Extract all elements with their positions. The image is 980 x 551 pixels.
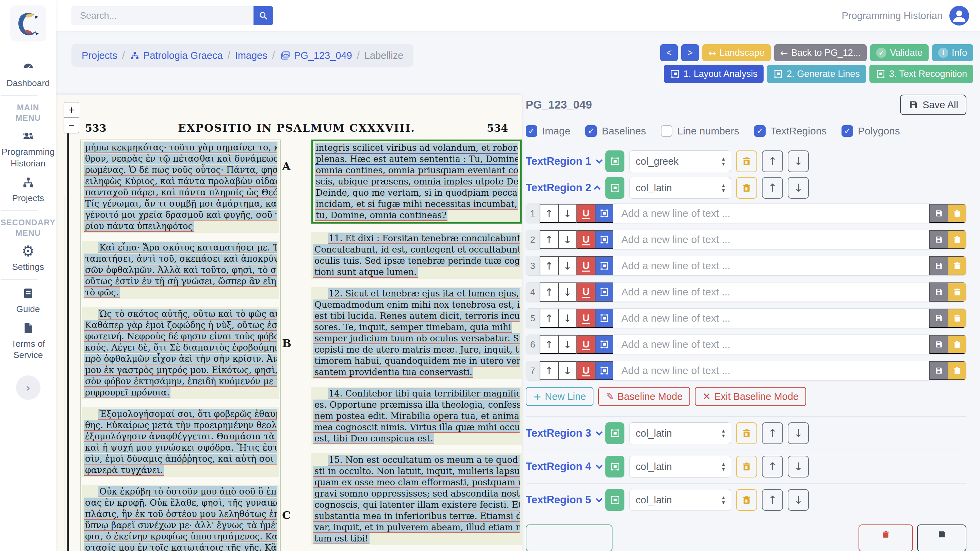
region-toggle[interactable]: TextRegion 5 [526, 494, 601, 506]
region-delete-button[interactable] [736, 150, 757, 172]
line-highlight[interactable]: καὶ ἡ ψυχή μου γινώσκει σφόδρα. Ἥτις ἐστ… [84, 443, 277, 453]
line-highlight[interactable]: sti in occulto. Non latuit, inquit, muli… [313, 466, 520, 476]
search-button[interactable] [253, 6, 273, 25]
zoom-in-button[interactable]: + [64, 102, 79, 118]
line-highlight[interactable]: ταπατήσει, ἀντὶ τοῦ, σκεπάσει καὶ ἀποκρύ… [84, 253, 277, 264]
breadcrumb-link[interactable]: PG_123_049 [280, 50, 352, 61]
line-unicode-button[interactable]: U [576, 335, 595, 354]
region-move-down-button[interactable]: ↓ [788, 177, 809, 199]
region-polygon-button[interactable] [605, 456, 624, 478]
line-highlight[interactable]: timorem habui, quandoquidem me in utero … [313, 356, 520, 366]
line-text-input[interactable] [613, 309, 929, 328]
region-type-select[interactable]: col_latin▴▾ [629, 177, 731, 199]
line-highlight[interactable]: φωτεινή. Νεφροὺς δέ φησιν εἶναι τοὺς φόβ… [84, 331, 277, 341]
line-delete-button[interactable] [948, 204, 966, 223]
region-polygon-button[interactable] [605, 489, 624, 511]
line-highlight[interactable]: quam ex osse meo clam efformasti, postqu… [313, 477, 520, 487]
prev-image-button[interactable]: < [660, 44, 678, 61]
greek-column-region[interactable]: μήπω κεκμηκότας· τοῦτο γὰρ σημαίνει το, … [80, 140, 281, 551]
region-move-down-button[interactable]: ↓ [788, 489, 809, 511]
line-highlight[interactable]: στασίς μου ἐν τοῖς κατωτάτοις τῆς γῆς. Κ… [84, 543, 277, 551]
line-polygon-button[interactable] [595, 230, 613, 249]
line-move-down-button[interactable]: ↓ [558, 361, 576, 380]
save-button[interactable] [917, 524, 966, 551]
line-delete-button[interactable] [948, 309, 966, 328]
text-recognition-button[interactable]: 3. Text Recognition [869, 65, 973, 83]
checkbox-box[interactable]: ✓ [842, 125, 853, 137]
line-delete-button[interactable] [948, 230, 966, 249]
region-move-up-button[interactable]: ↑ [762, 422, 783, 444]
new-textregion-button[interactable] [526, 524, 612, 551]
region-delete-button[interactable] [736, 456, 757, 478]
region-delete-button[interactable] [736, 177, 757, 199]
line-highlight[interactable]: 11. Et dixi : Forsitan tenebræ conculcab… [328, 233, 520, 243]
line-polygon-button[interactable] [595, 204, 613, 223]
line-move-up-button[interactable]: ↑ [540, 309, 558, 328]
line-highlight[interactable]: φια, ὁ ἐκείνην κρυφίως ὑποστησάμενος. Κα… [84, 531, 277, 541]
region-polygon-button[interactable] [605, 422, 624, 444]
line-highlight[interactable]: οὕτως ἐστὶν ἐν τῇ σῇ γνώσει, ὥσπερ ἂν εἴ… [84, 276, 277, 286]
new-line-button[interactable]: +New Line [526, 387, 593, 406]
line-unicode-button[interactable]: U [576, 309, 595, 328]
line-text-input[interactable] [613, 361, 929, 380]
line-delete-button[interactable] [948, 282, 966, 301]
line-highlight[interactable]: var, inquit, et in pulverem abeam, illud… [313, 522, 520, 532]
line-unicode-button[interactable]: U [576, 204, 595, 223]
checkbox-box[interactable] [661, 125, 672, 137]
user-avatar[interactable] [950, 6, 969, 25]
line-polygon-button[interactable] [595, 309, 613, 328]
line-save-button[interactable] [929, 230, 948, 249]
line-save-button[interactable] [929, 256, 948, 276]
exit-baseline-mode-button[interactable]: ✕Exit Baseline Mode [695, 387, 806, 406]
line-text-input[interactable] [613, 256, 929, 276]
line-unicode-button[interactable]: U [576, 282, 595, 301]
line-highlight[interactable]: μου ἐκ γαστρὸς μητρός μου. Εἰκότως, φησὶ… [84, 365, 277, 375]
region-toggle[interactable]: TextRegion 4 [526, 460, 601, 473]
line-highlight[interactable]: mea cognoscit nimis. Virtus illa quæ mih… [313, 422, 520, 432]
region-type-select[interactable]: col_greek▴▾ [629, 150, 731, 172]
line-highlight[interactable]: ριφρουρεῖ πρόνοια. [84, 387, 170, 398]
line-highlight[interactable]: cognoscis, qui latenter illam existere f… [313, 500, 520, 510]
line-text-input[interactable] [613, 335, 929, 354]
line-highlight[interactable]: tioni sunt atque lumen. [313, 267, 418, 277]
line-highlight[interactable]: Quemadmodum enim mihi nox tenebrosa est,… [313, 299, 520, 310]
line-highlight[interactable]: ὕπνῳ βαρεῖ συνέχων με· ἀλλ' ἔγνως τὰ ἡμέ… [84, 520, 277, 530]
line-highlight[interactable]: μήπω κεκμηκότας· τοῦτο γὰρ σημαίνει το, … [84, 142, 277, 153]
region-move-up-button[interactable]: ↑ [762, 177, 783, 199]
baseline-mode-button[interactable]: ✎Baseline Mode [598, 387, 690, 406]
line-move-up-button[interactable]: ↑ [540, 230, 558, 249]
line-highlight[interactable]: κούς. Λέγει δὲ, ὅτι Σὲ διαπαντὸς ἐφοβούμ… [84, 342, 277, 353]
line-polygon-button[interactable] [595, 361, 613, 380]
line-move-down-button[interactable]: ↓ [558, 282, 576, 301]
checkbox-box[interactable]: ✓ [526, 125, 537, 137]
line-highlight[interactable]: σὶν, ἐμοὶ δύναμις ἀπόῤῥητος, καὶ αὐτὴ σο… [84, 454, 277, 464]
line-highlight[interactable]: est tibi lucida. Renes autem dicit, terr… [313, 311, 520, 321]
line-move-down-button[interactable]: ↓ [558, 256, 576, 276]
line-polygon-button[interactable] [595, 282, 613, 301]
line-highlight[interactable]: santem providentia tua conservasti. [313, 367, 473, 377]
image-viewer[interactable]: + − 533 EXPOSITIO IN PSALMUM CXXXVIII. 5… [56, 95, 522, 551]
line-highlight[interactable]: tu, Domine, omnia contineas? [315, 210, 447, 220]
line-highlight[interactable]: omnia contines, omnia priusquam eveniant… [315, 165, 518, 175]
line-highlight[interactable]: σῶν ὀφθαλμῶν. Ἀλλὰ καὶ τοῦτο, φησὶ, τὸ σ… [84, 265, 277, 275]
line-highlight[interactable]: Καθάπερ γὰρ ἐμοὶ ζοφώδης ἡ νὺξ, οὕτως ἐσ… [84, 320, 277, 330]
line-highlight[interactable]: es. Opportune præmissa illa theologia, c… [313, 400, 520, 410]
line-delete-button[interactable] [948, 335, 966, 354]
sidebar-item-settings[interactable]: ⚙ Settings [1, 244, 56, 273]
line-highlight[interactable]: Οὐκ ἐκρύβη τὸ ὀστοῦν μου ἀπὸ σοῦ ὃ ἐποίη… [98, 486, 277, 497]
region-type-select[interactable]: col_latin▴▾ [629, 456, 731, 478]
line-highlight[interactable]: oculis tuis. Sed ipsæ tenebræ perinde tu… [313, 256, 520, 266]
next-image-button[interactable]: > [681, 44, 699, 61]
line-highlight[interactable]: ρίου πάντα ὑπειληφότος [84, 221, 194, 231]
line-move-up-button[interactable]: ↑ [540, 282, 558, 301]
line-highlight[interactable]: Ὡς τὸ σκότος αὐτῆς, οὕτω καὶ τὸ φῶς αὐτῆ… [98, 309, 277, 319]
line-highlight[interactable]: nem postea edit. Mirabilia opera tua, et… [313, 411, 520, 421]
line-text-input[interactable] [613, 204, 929, 223]
line-move-up-button[interactable]: ↑ [540, 335, 558, 354]
line-text-input[interactable] [613, 282, 929, 301]
app-logo[interactable] [10, 5, 46, 41]
line-highlight[interactable]: tum est tibi! [313, 533, 369, 543]
breadcrumb-link[interactable]: Patrologia Graeca [130, 50, 223, 61]
line-highlight[interactable]: φανερὰ τυγχάνει. [84, 465, 164, 475]
save-all-button[interactable]: Save All [900, 95, 966, 115]
